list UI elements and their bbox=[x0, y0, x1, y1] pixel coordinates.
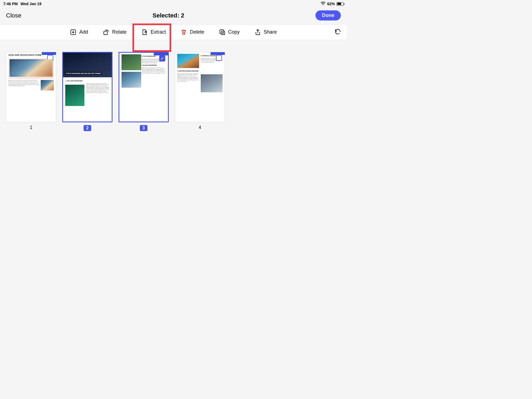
page-thumbnail-2[interactable]: TYPE OF MOUNTAINS AND HOW ARE THEY FORME… bbox=[62, 52, 113, 122]
done-button[interactable]: Done bbox=[315, 10, 341, 20]
page-item: 2. FOLD MOUNTAINS Fold mountains are for… bbox=[119, 52, 169, 131]
copy-button[interactable]: Copy bbox=[216, 27, 243, 37]
copy-label: Copy bbox=[228, 29, 240, 35]
page-number: 3 bbox=[140, 125, 148, 131]
share-button[interactable]: Share bbox=[252, 27, 280, 37]
svg-rect-2 bbox=[104, 31, 107, 35]
header-bar: Close Selected: 2 Done bbox=[0, 7, 347, 25]
thumb-image bbox=[10, 59, 53, 77]
thumb-image bbox=[65, 85, 84, 106]
share-label: Share bbox=[264, 29, 277, 35]
battery-percent: 62% bbox=[327, 2, 335, 6]
thumb-image bbox=[122, 54, 141, 70]
page-item: 5. RESIDUAL MOUNTAINS Residual mountains… bbox=[175, 52, 225, 131]
extract-label: Extract bbox=[150, 29, 166, 35]
thumb-image: TYPE OF MOUNTAINS AND HOW ARE THEY FORME… bbox=[63, 53, 112, 77]
status-bar: 7:46 PM Wed Jan 19 62% bbox=[0, 0, 347, 7]
page-number: 4 bbox=[199, 125, 201, 130]
page-checkbox-3[interactable] bbox=[159, 55, 165, 61]
page-number: 2 bbox=[84, 125, 91, 131]
corner-tag bbox=[42, 52, 56, 55]
status-date: Wed Jan 19 bbox=[20, 2, 42, 6]
copy-icon bbox=[219, 29, 226, 36]
thumb-image bbox=[122, 72, 141, 88]
page-thumbnail-4[interactable]: 5. RESIDUAL MOUNTAINS Residual mountains… bbox=[175, 52, 225, 122]
thumb-image bbox=[177, 54, 199, 68]
wifi-icon bbox=[321, 2, 326, 6]
share-icon bbox=[255, 29, 261, 36]
page-thumbnail-1[interactable]: HOW ARE MOUNTAINS FORM Mountains are usu… bbox=[6, 52, 56, 122]
thumb-image bbox=[41, 80, 54, 90]
extract-icon bbox=[141, 29, 148, 36]
delete-button[interactable]: Delete bbox=[178, 27, 207, 37]
delete-label: Delete bbox=[190, 29, 204, 35]
extract-button[interactable]: Extract bbox=[138, 27, 169, 37]
thumb-subtitle: 1. VOLCANIC MOUNTAINS bbox=[65, 80, 110, 82]
pages-grid: HOW ARE MOUNTAINS FORM Mountains are usu… bbox=[0, 40, 347, 143]
page-title: Selected: 2 bbox=[153, 12, 184, 19]
thumb-text: Block mountains are formed as a result o… bbox=[142, 67, 166, 74]
battery-icon bbox=[336, 2, 344, 6]
rotate-icon bbox=[103, 29, 109, 36]
undo-icon bbox=[334, 28, 341, 35]
add-button[interactable]: Add bbox=[67, 27, 91, 37]
page-item: HOW ARE MOUNTAINS FORM Mountains are usu… bbox=[6, 52, 56, 131]
add-icon bbox=[70, 29, 76, 36]
page-item: TYPE OF MOUNTAINS AND HOW ARE THEY FORME… bbox=[62, 52, 113, 131]
svg-point-0 bbox=[323, 4, 324, 5]
corner-tag bbox=[211, 52, 225, 55]
thumb-subtitle: 3. BLOCK MOUNTAINS bbox=[142, 64, 166, 66]
thumb-image bbox=[201, 74, 223, 92]
close-button[interactable]: Close bbox=[6, 12, 21, 19]
toolbar: Add Rotate Extract Delete Copy Share bbox=[0, 25, 347, 40]
add-label: Add bbox=[79, 29, 88, 35]
page-number: 1 bbox=[30, 125, 32, 130]
rotate-label: Rotate bbox=[112, 29, 126, 35]
trash-icon bbox=[181, 29, 187, 36]
status-time: 7:46 PM bbox=[3, 2, 18, 6]
corner-tag bbox=[154, 53, 168, 55]
undo-button[interactable] bbox=[334, 28, 341, 36]
page-checkbox-4[interactable] bbox=[216, 55, 222, 61]
thumb-subtitle: 4. UPLIFTED PASSIVE MARGINS bbox=[177, 70, 223, 72]
rotate-button[interactable]: Rotate bbox=[100, 27, 129, 37]
page-thumbnail-3[interactable]: 2. FOLD MOUNTAINS Fold mountains are for… bbox=[119, 52, 169, 122]
thumb-caption: TYPE OF MOUNTAINS AND HOW ARE THEY FORME… bbox=[65, 72, 102, 75]
